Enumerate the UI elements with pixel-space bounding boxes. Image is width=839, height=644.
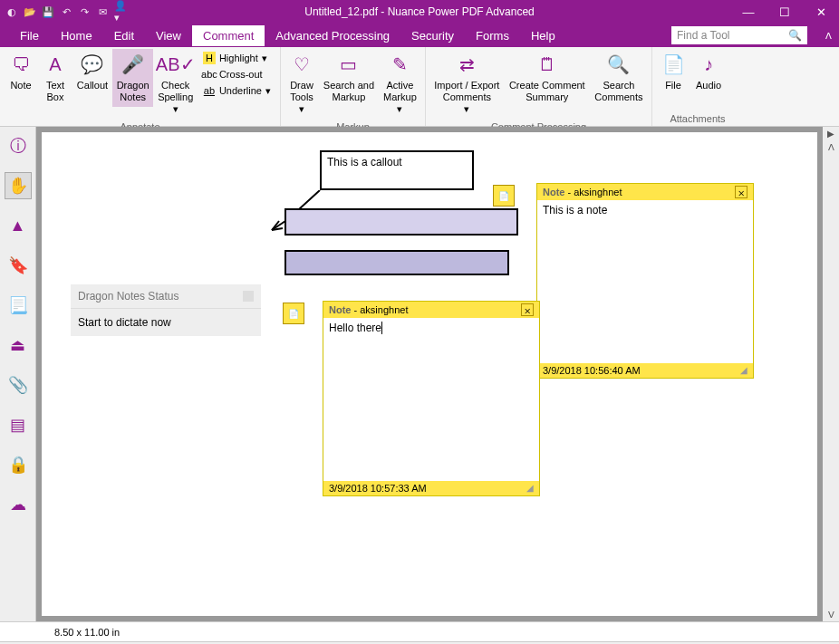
app-icon: ◐ <box>5 5 18 18</box>
note-timestamp: 3/9/2018 10:57:33 AM <box>329 483 427 494</box>
main-area: ⓘ ✋ ▲ 🔖 📃 ⏏ 📎 ▤ 🔒 ☁ This is a callout 📄 … <box>0 127 839 621</box>
tab-file[interactable]: File <box>9 25 50 46</box>
user-icon[interactable]: 👤▾ <box>114 5 127 18</box>
tab-edit[interactable]: Edit <box>103 25 145 46</box>
info-tool[interactable]: ⓘ <box>5 132 32 159</box>
vertical-scrollbar[interactable]: ▶ ᐱ ᐯ <box>823 127 839 621</box>
close-button[interactable]: ✕ <box>803 0 839 24</box>
dragon-panel-title: Dragon Notes Status <box>78 290 178 303</box>
audio-icon: ♪ <box>697 53 720 76</box>
ribbon-collapse-icon[interactable]: ᐱ <box>825 31 832 41</box>
status-bar: 8.50 x 11.00 in <box>0 621 839 641</box>
draw-tools-button[interactable]: ♡Draw Tools▾ <box>284 49 319 120</box>
dragon-notes-button[interactable]: 🎤Dragon Notes <box>112 49 154 107</box>
shape-rectangle-1[interactable] <box>284 208 518 235</box>
active-markup-button[interactable]: ✎Active Markup▾ <box>379 49 421 120</box>
tab-forms[interactable]: Forms <box>465 25 520 46</box>
attachments-panel[interactable]: 📎 <box>5 371 32 399</box>
select-tool[interactable]: ▲ <box>5 212 32 239</box>
hand-tool[interactable]: ✋ <box>5 172 32 199</box>
spellcheck-button[interactable]: AB✓Check Spelling▾ <box>153 49 197 120</box>
title-bar: ◐ 📂 💾 ↶ ↷ ✉ 👤▾ Untitled_12.pdf - Nuance … <box>0 0 839 24</box>
crossout-icon: abc <box>203 68 216 81</box>
file-icon: 📄 <box>661 53 685 76</box>
tab-view[interactable]: View <box>145 25 192 46</box>
note-timestamp: 3/9/2018 10:56:40 AM <box>543 365 641 376</box>
sticky-note-icon-1[interactable]: 📄 <box>493 185 515 207</box>
shape-rectangle-2[interactable] <box>284 250 509 275</box>
page-canvas[interactable]: This is a callout 📄 📄 Note - aksinghnet … <box>42 132 817 616</box>
underline-button[interactable]: abUnderline ▾ <box>201 83 273 98</box>
select-icon: ▭ <box>337 53 361 76</box>
tab-home[interactable]: Home <box>50 25 103 46</box>
menu-bar: File Home Edit View Comment Advanced Pro… <box>0 24 839 47</box>
highlight-button[interactable]: HHighlight ▾ <box>201 51 273 65</box>
save-icon[interactable]: 💾 <box>42 5 54 18</box>
note-label: Note <box>329 304 351 315</box>
textbox-icon: A <box>43 53 67 76</box>
resize-grip-icon[interactable]: ◢ <box>740 365 747 376</box>
crossout-button[interactable]: abcCross-out <box>201 67 273 82</box>
resize-grip-icon[interactable]: ◢ <box>526 483 534 494</box>
textbox-button[interactable]: AText Box <box>38 49 72 107</box>
forms-panel[interactable]: ▤ <box>5 411 32 438</box>
attach-audio-button[interactable]: ♪Audio <box>690 49 727 95</box>
security-panel[interactable]: 🔒 <box>5 451 32 478</box>
search-markup-button[interactable]: ▭Search and Markup <box>319 49 379 107</box>
summary-icon: 🗒 <box>535 53 559 76</box>
note-close-icon[interactable]: ⨉ <box>735 186 747 198</box>
heart-icon: ♡ <box>290 53 313 76</box>
spellcheck-icon: AB✓ <box>164 53 188 76</box>
pages-panel[interactable]: 📃 <box>5 292 32 319</box>
dragon-icon: 🎤 <box>121 53 145 76</box>
import-export-comments-button[interactable]: ⇄Import / Export Comments▾ <box>429 49 505 120</box>
minimize-button[interactable]: — <box>730 0 767 24</box>
panel-control-icon[interactable] <box>243 291 254 302</box>
callout-text: This is a callout <box>327 156 402 168</box>
scroll-right-icon[interactable]: ▶ <box>825 127 836 140</box>
mail-icon[interactable]: ✉ <box>96 5 109 18</box>
group-label-attachments: Attachments <box>656 111 739 126</box>
attach-file-button[interactable]: 📄File <box>656 49 690 95</box>
note-popup-1[interactable]: Note - aksinghnet ⨉ This is a note 3/9/2… <box>536 183 754 379</box>
note-author: aksinghnet <box>360 304 408 315</box>
note-label: Note <box>543 187 564 197</box>
search-placeholder: Find a Tool <box>677 29 729 42</box>
maximize-button[interactable]: ☐ <box>767 0 803 24</box>
sticky-note-icon-2[interactable]: 📄 <box>283 303 304 324</box>
dragon-notes-panel[interactable]: Dragon Notes Status Start to dictate now <box>71 284 261 336</box>
cloud-panel[interactable]: ☁ <box>5 491 32 518</box>
tab-comment[interactable]: Comment <box>192 25 265 46</box>
left-toolbar: ⓘ ✋ ▲ 🔖 📃 ⏏ 📎 ▤ 🔒 ☁ <box>0 127 36 621</box>
open-icon[interactable]: 📂 <box>24 5 36 18</box>
tab-help[interactable]: Help <box>520 25 566 46</box>
redo-icon[interactable]: ↷ <box>78 5 91 18</box>
callout-button[interactable]: 💬Callout <box>72 49 112 95</box>
search-comments-button[interactable]: 🔍Search Comments <box>590 49 648 107</box>
dragon-panel-body: Start to dictate now <box>71 309 261 336</box>
tab-advanced[interactable]: Advanced Processing <box>265 25 400 46</box>
ribbon-comment: 🗨Note AText Box 💬Callout 🎤Dragon Notes A… <box>0 47 839 127</box>
note-close-icon[interactable]: ⨉ <box>521 303 534 316</box>
pen-icon: ✎ <box>388 53 411 76</box>
stamps-panel[interactable]: ⏏ <box>5 332 32 359</box>
window-title: Untitled_12.pdf - Nuance Power PDF Advan… <box>304 5 534 18</box>
note-author: aksinghnet <box>574 187 622 197</box>
exchange-icon: ⇄ <box>455 53 478 76</box>
note-button[interactable]: 🗨Note <box>4 49 38 95</box>
scroll-down-icon[interactable]: ᐯ <box>826 608 836 621</box>
tab-security[interactable]: Security <box>400 25 465 46</box>
note-body[interactable]: This is a note <box>537 200 753 363</box>
comment-summary-button[interactable]: 🗒Create Comment Summary <box>505 49 590 107</box>
bookmarks-panel[interactable]: 🔖 <box>5 252 32 279</box>
document-viewport[interactable]: This is a callout 📄 📄 Note - aksinghnet … <box>36 127 839 621</box>
undo-icon[interactable]: ↶ <box>60 5 72 18</box>
callout-annotation[interactable]: This is a callout <box>320 150 474 190</box>
callout-icon: 💬 <box>81 53 104 76</box>
find-tool-search[interactable]: Find a Tool 🔍 <box>671 26 807 44</box>
note-body[interactable]: Hello there <box>323 318 539 481</box>
scroll-up-icon[interactable]: ᐱ <box>826 140 836 154</box>
note-icon: 🗨 <box>9 53 33 76</box>
search-comments-icon: 🔍 <box>607 53 631 76</box>
note-popup-2[interactable]: Note - aksinghnet ⨉ Hello there 3/9/2018… <box>323 301 540 496</box>
